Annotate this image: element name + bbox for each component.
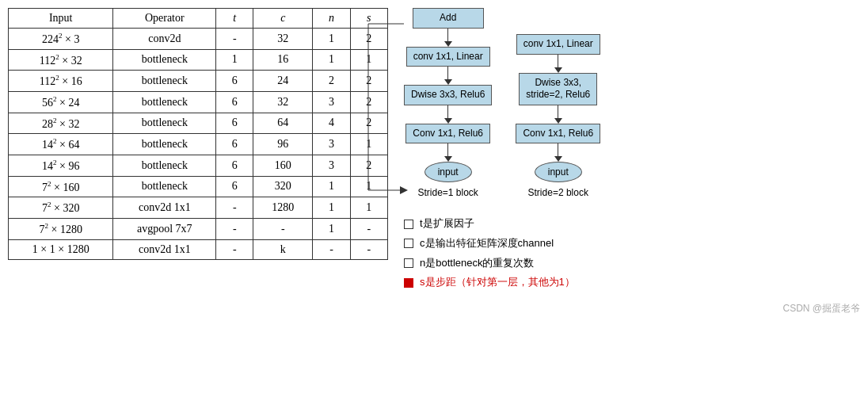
cell-c: k <box>253 239 313 259</box>
col-header-c: c <box>253 9 313 29</box>
cell-n: - <box>313 239 350 259</box>
cell-t: 6 <box>216 71 253 92</box>
cell-c: 16 <box>253 49 313 71</box>
cell-input: 72 × 320 <box>9 197 113 219</box>
cell-n: 4 <box>313 113 350 134</box>
table-row: 72 × 320conv2d 1x1-128011 <box>9 197 388 219</box>
col-header-input: Input <box>9 9 113 29</box>
col-header-n: n <box>313 9 350 29</box>
cell-t: - <box>216 197 253 219</box>
conv1x1-linear-box-s2: conv 1x1, Linear <box>516 34 600 55</box>
cell-input: 282 × 32 <box>9 113 113 134</box>
cell-t: 6 <box>216 134 253 155</box>
cell-c: 160 <box>253 155 313 176</box>
watermark: CSDN @掘蛋老爷 <box>782 302 860 315</box>
cell-n: 3 <box>313 91 350 113</box>
input-oval-s2: input <box>535 162 582 182</box>
table-row: 1122 × 32bottleneck11611 <box>9 49 388 71</box>
cell-operator: conv2d <box>113 29 216 50</box>
cell-c: 96 <box>253 134 313 155</box>
cell-input: 142 × 96 <box>9 155 113 176</box>
cell-input: 142 × 64 <box>9 134 113 155</box>
table-row: 282 × 32bottleneck66442 <box>9 113 388 134</box>
legend: t是扩展因子 c是输出特征矩阵深度channel n是bottleneck的重复… <box>404 214 575 292</box>
cell-c: - <box>253 218 313 239</box>
table-row: 1 × 1 × 1280conv2d 1x1-k-- <box>9 239 388 259</box>
cell-n: 1 <box>313 218 350 239</box>
arrow4 <box>444 143 452 162</box>
table-row: 562 × 24bottleneck63232 <box>9 91 388 113</box>
cell-n: 2 <box>313 71 350 92</box>
cell-input: 1122 × 16 <box>9 71 113 92</box>
stride1-label: Stride=1 block <box>417 187 478 198</box>
cell-n: 1 <box>313 197 350 219</box>
legend-box-t <box>404 220 413 229</box>
arrow3 <box>444 105 452 124</box>
cell-input: 1122 × 32 <box>9 49 113 71</box>
input-oval-s1: input <box>424 162 472 182</box>
legend-item-t: t是扩展因子 <box>404 214 575 234</box>
cell-n: 1 <box>313 49 350 71</box>
dwise-stride2-box: Dwise 3x3,stride=2, Relu6 <box>519 73 597 105</box>
dwise-box-s1: Dwise 3x3, Relu6 <box>404 85 492 105</box>
table-row: 142 × 64bottleneck69631 <box>9 134 388 155</box>
cell-c: 24 <box>253 71 313 92</box>
cell-n: 1 <box>313 176 350 197</box>
arrow2 <box>444 67 452 85</box>
table-section: Input Operator t c n s 2242 × 3conv2d-32… <box>8 8 388 260</box>
cell-input: 2242 × 3 <box>9 29 113 50</box>
cell-t: - <box>216 29 253 50</box>
legend-item-s: s是步距（针对第一层，其他为1） <box>404 273 575 292</box>
legend-text-n: n是bottleneck的重复次数 <box>420 254 535 273</box>
arrow1 <box>444 29 452 47</box>
col-header-operator: Operator <box>113 9 216 29</box>
arrow7 <box>554 143 562 162</box>
cell-n: 1 <box>313 29 350 50</box>
legend-box-n <box>404 258 413 268</box>
cell-operator: bottleneck <box>113 176 216 197</box>
cell-n: 3 <box>313 155 350 176</box>
svg-marker-3 <box>400 186 408 194</box>
cell-operator: conv2d 1x1 <box>113 239 216 259</box>
bypass-arrow-svg <box>360 8 408 198</box>
cell-t: 1 <box>216 49 253 71</box>
table-row: 2242 × 3conv2d-3212 <box>9 29 388 50</box>
arrow5 <box>554 55 562 73</box>
col-header-t: t <box>216 9 253 29</box>
cell-operator: conv2d 1x1 <box>113 197 216 219</box>
cell-s: - <box>350 239 387 259</box>
architecture-table: Input Operator t c n s 2242 × 3conv2d-32… <box>8 8 388 260</box>
cell-t: - <box>216 218 253 239</box>
cell-operator: bottleneck <box>113 49 216 71</box>
table-row: 142 × 96bottleneck616032 <box>9 155 388 176</box>
add-box: Add <box>413 8 484 29</box>
cell-s: - <box>350 218 387 239</box>
cell-t: 6 <box>216 113 253 134</box>
cell-c: 64 <box>253 113 313 134</box>
cell-c: 1280 <box>253 197 313 219</box>
stride2-label: Stride=2 block <box>528 187 588 198</box>
cell-operator: bottleneck <box>113 155 216 176</box>
legend-text-t: t是扩展因子 <box>420 214 474 234</box>
legend-item-c: c是输出特征矩阵深度channel <box>404 234 575 254</box>
cell-t: 6 <box>216 155 253 176</box>
stride1-diagram: Add conv 1x1, Linear Dwise 3x3, Relu6 Co… <box>404 8 492 198</box>
diagrams-row: Add conv 1x1, Linear Dwise 3x3, Relu6 Co… <box>404 8 600 198</box>
cell-n: 3 <box>313 134 350 155</box>
cell-operator: bottleneck <box>113 71 216 92</box>
cell-input: 72 × 160 <box>9 176 113 197</box>
cell-input: 1 × 1 × 1280 <box>9 239 113 259</box>
table-row: 1122 × 16bottleneck62422 <box>9 71 388 92</box>
conv1x1-relu6-box-s2: Conv 1x1, Relu6 <box>516 124 600 144</box>
cell-operator: bottleneck <box>113 91 216 113</box>
legend-text-c: c是输出特征矩阵深度channel <box>420 234 554 254</box>
cell-operator: avgpool 7x7 <box>113 218 216 239</box>
cell-t: 6 <box>216 91 253 113</box>
legend-item-n: n是bottleneck的重复次数 <box>404 254 575 273</box>
diagram-section: Add conv 1x1, Linear Dwise 3x3, Relu6 Co… <box>404 8 860 315</box>
conv1x1-linear-box-s1: conv 1x1, Linear <box>406 47 490 67</box>
arrow6 <box>554 105 562 124</box>
cell-input: 562 × 24 <box>9 91 113 113</box>
table-row: 72 × 1280avgpool 7x7--1- <box>9 218 388 239</box>
table-row: 72 × 160bottleneck632011 <box>9 176 388 197</box>
